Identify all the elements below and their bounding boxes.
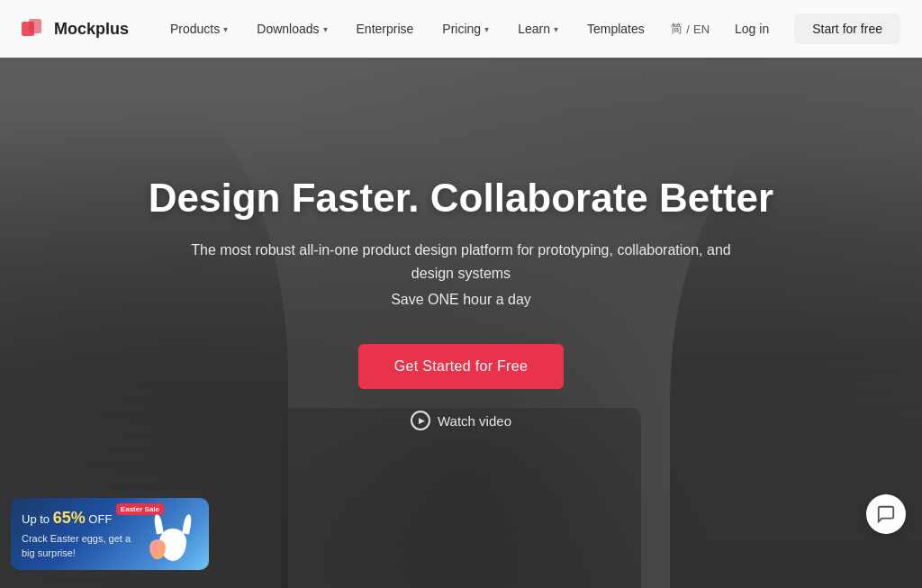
promo-subtext: Crack Easter eggs, get a big surprise! (22, 532, 140, 560)
nav-pricing[interactable]: Pricing ▾ (429, 14, 502, 43)
lang-en: EN (693, 23, 710, 36)
hero-tagline: Save ONE hour a day (391, 292, 531, 308)
svg-rect-1 (29, 19, 41, 33)
nav-downloads[interactable]: Downloads ▾ (244, 14, 339, 43)
language-switcher[interactable]: 简 / EN (671, 21, 710, 37)
nav-products[interactable]: Products ▾ (158, 14, 240, 43)
chat-icon (876, 504, 896, 524)
login-button[interactable]: Log in (724, 16, 780, 41)
easter-bunny-graphic (148, 507, 198, 561)
navbar: Mockplus Products ▾ Downloads ▾ Enterpri… (0, 0, 922, 58)
logo-icon (22, 19, 47, 39)
promo-suffix: OFF (88, 512, 112, 526)
promo-text: Up to 65% OFF Crack Easter eggs, get a b… (22, 508, 140, 560)
cta-button[interactable]: Get Started for Free (358, 344, 564, 389)
hero-content: Design Faster. Collaborate Better The mo… (113, 176, 809, 431)
downloads-chevron-icon: ▾ (323, 24, 328, 34)
products-chevron-icon: ▾ (223, 24, 228, 34)
nav-links: Products ▾ Downloads ▾ Enterprise Pricin… (158, 14, 671, 43)
brand-name: Mockplus (54, 20, 129, 39)
bunny-ear-left (153, 513, 164, 534)
lang-cn-icon: 简 (671, 21, 682, 37)
hero-title: Design Faster. Collaborate Better (149, 176, 773, 222)
hero-section: Design Faster. Collaborate Better The mo… (0, 0, 922, 588)
promo-banner[interactable]: Up to 65% OFF Crack Easter eggs, get a b… (11, 498, 209, 570)
learn-chevron-icon: ▾ (554, 24, 558, 34)
play-icon: ▶ (411, 411, 430, 430)
nav-learn[interactable]: Learn ▾ (505, 14, 571, 43)
hero-subtitle: The most robust all-in-one product desig… (173, 239, 749, 285)
bunny-ear-right (182, 513, 193, 534)
watch-video-label: Watch video (438, 413, 511, 429)
watch-video-button[interactable]: ▶ Watch video (411, 411, 511, 430)
pricing-chevron-icon: ▾ (484, 24, 489, 34)
promo-prefix: Up to (22, 512, 50, 526)
logo[interactable]: Mockplus (22, 19, 129, 39)
chat-widget[interactable] (866, 494, 906, 534)
nav-enterprise[interactable]: Enterprise (344, 14, 427, 43)
start-for-free-button[interactable]: Start for free (794, 14, 900, 44)
promo-percentage: 65% (53, 509, 86, 527)
nav-right: 简 / EN Log in Start for free (671, 14, 900, 44)
lang-separator: / (686, 23, 690, 36)
nav-templates[interactable]: Templates (574, 14, 657, 43)
